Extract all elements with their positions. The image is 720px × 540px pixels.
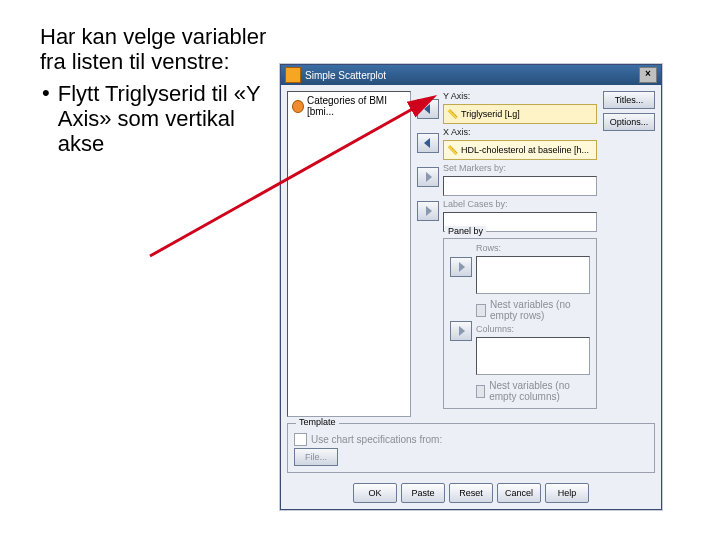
labelcases-label: Label Cases by:	[443, 199, 597, 209]
svg-marker-2	[426, 172, 432, 182]
move-to-columns-button[interactable]	[450, 321, 472, 341]
use-chart-spec-row: Use chart specifications from:	[294, 433, 648, 446]
arrow-left-icon	[421, 103, 435, 115]
panel-by-group: Panel by Rows:	[443, 235, 597, 409]
bullet-dot: •	[42, 81, 50, 157]
nominal-icon	[292, 100, 304, 113]
move-to-rows-button[interactable]	[450, 257, 472, 277]
ok-button[interactable]: OK	[353, 483, 397, 503]
checkbox-icon[interactable]	[294, 433, 307, 446]
markers-field[interactable]	[443, 176, 597, 196]
rows-field[interactable]	[476, 256, 590, 294]
dialog-buttons: OK Paste Reset Cancel Help	[281, 477, 661, 509]
yaxis-value: Triglyserid [Lg]	[461, 109, 520, 119]
move-to-yaxis-button[interactable]	[417, 99, 439, 119]
instruction-bullet: • Flytt Triglyserid til «Y Axis» som ver…	[40, 81, 270, 157]
xaxis-field[interactable]: 📏 HDL-cholesterol at baseline [h...	[443, 140, 597, 160]
cancel-button[interactable]: Cancel	[497, 483, 541, 503]
paste-button[interactable]: Paste	[401, 483, 445, 503]
rows-label: Rows:	[476, 243, 590, 253]
xaxis-label: X Axis:	[443, 127, 597, 137]
arrow-right-icon	[454, 325, 468, 337]
ruler-icon: 📏	[447, 109, 458, 119]
use-chart-spec-label: Use chart specifications from:	[311, 434, 442, 445]
instruction-line1: Har kan velge variabler fra listen til v…	[40, 24, 270, 75]
titles-button[interactable]: Titles...	[603, 91, 655, 109]
move-to-xaxis-button[interactable]	[417, 133, 439, 153]
cols-nest-label: Nest variables (no empty columns)	[489, 380, 590, 402]
reset-button[interactable]: Reset	[449, 483, 493, 503]
panel-move-column	[450, 243, 470, 402]
cols-nest-check: Nest variables (no empty columns)	[476, 380, 590, 402]
template-group: Template Use chart specifications from: …	[287, 423, 655, 473]
markers-label: Set Markers by:	[443, 163, 597, 173]
close-icon[interactable]: ×	[639, 67, 657, 83]
instruction-text: Har kan velge variabler fra listen til v…	[40, 24, 270, 156]
move-to-markers-button[interactable]	[417, 167, 439, 187]
arrow-left-icon	[421, 137, 435, 149]
rows-nest-check: Nest variables (no empty rows)	[476, 299, 590, 321]
checkbox-icon[interactable]	[476, 304, 486, 317]
variable-item[interactable]: Categories of BMI [bmi...	[290, 94, 408, 118]
move-button-column	[417, 91, 437, 417]
cols-field[interactable]	[476, 337, 590, 375]
xaxis-value: HDL-cholesterol at baseline [h...	[461, 145, 589, 155]
dialog-body: Categories of BMI [bmi... Y Axis: 📏 Tri	[281, 85, 661, 423]
fields-column: Y Axis: 📏 Triglyserid [Lg] X Axis: 📏 HDL…	[443, 91, 597, 417]
yaxis-label: Y Axis:	[443, 91, 597, 101]
rows-nest-label: Nest variables (no empty rows)	[490, 299, 590, 321]
ruler-icon: 📏	[447, 145, 458, 155]
svg-marker-4	[459, 262, 465, 272]
file-button[interactable]: File...	[294, 448, 338, 466]
arrow-right-icon	[454, 261, 468, 273]
svg-marker-5	[459, 326, 465, 336]
help-button[interactable]: Help	[545, 483, 589, 503]
svg-marker-3	[426, 206, 432, 216]
scatterplot-dialog: Simple Scatterplot × Categories of BMI […	[280, 64, 662, 510]
checkbox-icon[interactable]	[476, 385, 485, 398]
svg-marker-1	[424, 138, 430, 148]
cols-label: Columns:	[476, 324, 590, 334]
template-title: Template	[296, 417, 339, 427]
arrow-right-icon	[421, 171, 435, 183]
titlebar: Simple Scatterplot ×	[281, 65, 661, 85]
options-button[interactable]: Options...	[603, 113, 655, 131]
dialog-title: Simple Scatterplot	[305, 70, 386, 81]
arrow-right-icon	[421, 205, 435, 217]
variable-label: Categories of BMI [bmi...	[307, 95, 406, 117]
yaxis-field[interactable]: 📏 Triglyserid [Lg]	[443, 104, 597, 124]
variable-list[interactable]: Categories of BMI [bmi...	[287, 91, 411, 417]
move-to-label-button[interactable]	[417, 201, 439, 221]
instruction-bullet-text: Flytt Triglyserid til «Y Axis» som verti…	[58, 81, 270, 157]
svg-marker-0	[424, 104, 430, 114]
app-icon	[285, 67, 301, 83]
panel-by-title: Panel by	[445, 226, 486, 236]
side-buttons: Titles... Options...	[603, 91, 655, 417]
